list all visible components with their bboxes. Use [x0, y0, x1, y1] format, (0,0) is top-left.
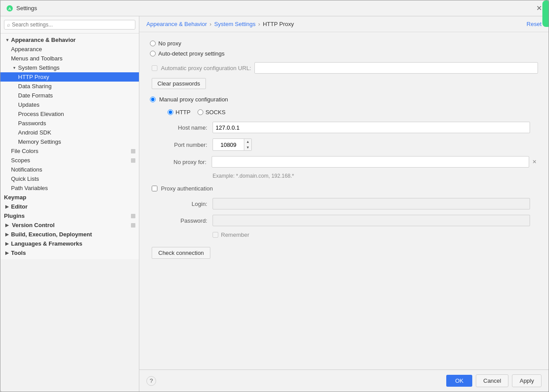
sidebar-item-languages-frameworks[interactable]: ▶ Languages & Frameworks — [0, 239, 139, 248]
sidebar-item-label: Android SDK — [18, 129, 51, 136]
bottom-right: OK Cancel Apply — [446, 374, 542, 387]
expand-icon: ▶ — [4, 231, 10, 238]
manual-proxy-radio[interactable] — [150, 97, 156, 102]
sidebar-item-keymap[interactable]: Keymap — [0, 193, 139, 202]
no-proxy-for-input[interactable] — [212, 156, 529, 168]
sidebar-item-version-control[interactable]: ▶ Version Control — [0, 220, 139, 230]
ok-button[interactable]: OK — [446, 375, 472, 387]
manual-proxy-label[interactable]: Manual proxy configuration — [159, 96, 228, 103]
port-decrement-button[interactable]: ▼ — [244, 145, 251, 150]
socks-radio-group: SOCKS — [198, 109, 226, 116]
sidebar-item-path-variables[interactable]: Path Variables — [0, 183, 139, 193]
login-row: Login: — [159, 198, 538, 209]
socks-protocol-label[interactable]: SOCKS — [205, 109, 226, 116]
sidebar-item-build-execution[interactable]: ▶ Build, Execution, Deployment — [0, 230, 139, 239]
apply-button[interactable]: Apply — [512, 374, 542, 387]
sidebar-item-tools[interactable]: ▶ Tools — [0, 248, 139, 258]
sidebar-item-label: Passwords — [18, 120, 46, 127]
port-spinners: ▲ ▼ — [244, 139, 251, 150]
sidebar-item-data-sharing[interactable]: Data Sharing — [0, 82, 139, 91]
auto-url-checkbox[interactable] — [152, 65, 157, 71]
breadcrumb-part2[interactable]: System Settings — [214, 21, 256, 27]
no-proxy-label[interactable]: No proxy — [158, 40, 181, 47]
sidebar-item-label: Scopes — [11, 157, 30, 164]
sidebar-item-label: Build, Execution, Deployment — [11, 231, 92, 238]
sidebar-item-menus-toolbars[interactable]: Menus and Toolbars — [0, 54, 139, 63]
sidebar-item-editor[interactable]: ▶ Editor — [0, 202, 139, 211]
sidebar-inner: ⌕ ▾ Appearance & Behavior Appearance Men… — [0, 16, 139, 259]
auto-detect-radio[interactable] — [150, 51, 156, 56]
cancel-button[interactable]: Cancel — [476, 374, 508, 387]
http-protocol-radio[interactable] — [168, 109, 173, 115]
sidebar-item-label: Appearance & Behavior — [11, 37, 76, 43]
sidebar-item-system-settings[interactable]: ▾ System Settings — [0, 63, 139, 72]
port-increment-button[interactable]: ▲ — [244, 139, 251, 145]
sidebar-item-label: Menus and Toolbars — [11, 55, 63, 62]
reset-button[interactable]: Reset — [527, 21, 542, 27]
search-bar: ⌕ — [0, 16, 139, 34]
svg-text:A: A — [8, 7, 11, 11]
sidebar-item-date-formats[interactable]: Date Formats — [0, 91, 139, 100]
socks-protocol-radio[interactable] — [198, 109, 203, 115]
proxy-auth-label[interactable]: Proxy authentication — [161, 185, 213, 192]
breadcrumb-part1[interactable]: Appearance & Behavior — [146, 21, 207, 27]
login-input[interactable] — [213, 198, 530, 209]
expand-icon: ▶ — [4, 241, 10, 247]
port-input[interactable] — [213, 139, 244, 150]
breadcrumb-bar: Appearance & Behavior › System Settings … — [139, 16, 549, 32]
search-icon: ⌕ — [7, 22, 10, 28]
expand-icon: ▾ — [11, 65, 17, 71]
password-input[interactable] — [213, 215, 530, 226]
sidebar-item-android-sdk[interactable]: Android SDK — [0, 128, 139, 137]
sidebar-item-quick-lists[interactable]: Quick Lists — [0, 174, 139, 183]
hostname-input[interactable] — [213, 122, 530, 133]
expand-icon: ▾ — [4, 37, 10, 43]
auto-url-input[interactable] — [254, 62, 538, 74]
sidebar: ⌕ ▾ Appearance & Behavior Appearance Men… — [0, 16, 139, 392]
sidebar-item-label: Plugins — [4, 213, 25, 219]
sidebar-item-label: Version Control — [12, 222, 55, 228]
remember-checkbox[interactable] — [213, 232, 218, 238]
http-radio-group: HTTP — [168, 109, 190, 116]
sidebar-tree: ▾ Appearance & Behavior Appearance Menus… — [0, 34, 139, 259]
sidebar-item-scopes[interactable]: Scopes — [0, 156, 139, 165]
close-button[interactable]: ✕ — [534, 4, 543, 13]
auto-url-row: Automatic proxy configuration URL: — [150, 62, 538, 74]
proxy-auth-checkbox[interactable] — [152, 186, 157, 191]
badge-icon — [131, 158, 135, 163]
sidebar-item-appearance-behavior[interactable]: ▾ Appearance & Behavior — [0, 35, 139, 45]
clear-passwords-button[interactable]: Clear passwords — [152, 78, 206, 89]
window-title: Settings — [16, 5, 37, 11]
sidebar-item-updates[interactable]: Updates — [0, 100, 139, 109]
http-protocol-label[interactable]: HTTP — [176, 109, 190, 116]
sidebar-item-plugins[interactable]: Plugins — [0, 211, 139, 220]
example-text: Example: *.domain.com, 192.168.* — [213, 173, 538, 179]
sidebar-item-memory-settings[interactable]: Memory Settings — [0, 137, 139, 146]
auto-detect-label[interactable]: Auto-detect proxy settings — [158, 50, 224, 57]
badge-icon — [131, 214, 135, 218]
bottom-left: ? — [146, 376, 156, 386]
title-bar-left: A Settings — [6, 4, 37, 12]
search-input-wrap: ⌕ — [4, 20, 135, 30]
sidebar-item-notifications[interactable]: Notifications — [0, 165, 139, 174]
no-proxy-radio[interactable] — [150, 41, 156, 46]
hostname-row: Host name: — [159, 122, 538, 133]
settings-window: A Settings ✕ ⌕ ▾ App — [0, 0, 549, 392]
no-proxy-clear-button[interactable]: ✕ — [531, 159, 538, 165]
green-accent-decoration — [542, 0, 549, 27]
sidebar-item-http-proxy[interactable]: HTTP Proxy — [0, 72, 139, 82]
manual-proxy-row: Manual proxy configuration — [150, 96, 538, 103]
app-icon: A — [6, 4, 14, 12]
remember-label[interactable]: Remember — [221, 231, 249, 238]
sidebar-item-passwords[interactable]: Passwords — [0, 119, 139, 128]
sidebar-item-file-colors[interactable]: File Colors — [0, 146, 139, 156]
port-label: Port number: — [159, 142, 207, 148]
proxy-auth-row: Proxy authentication — [152, 185, 538, 192]
search-input[interactable] — [12, 22, 132, 28]
sidebar-item-appearance[interactable]: Appearance — [0, 45, 139, 54]
check-connection-button[interactable]: Check connection — [152, 247, 210, 259]
help-button[interactable]: ? — [146, 376, 156, 386]
sidebar-item-process-elevation[interactable]: Process Elevation — [0, 109, 139, 119]
title-bar: A Settings ✕ — [0, 0, 549, 16]
sidebar-item-label: File Colors — [11, 148, 38, 154]
